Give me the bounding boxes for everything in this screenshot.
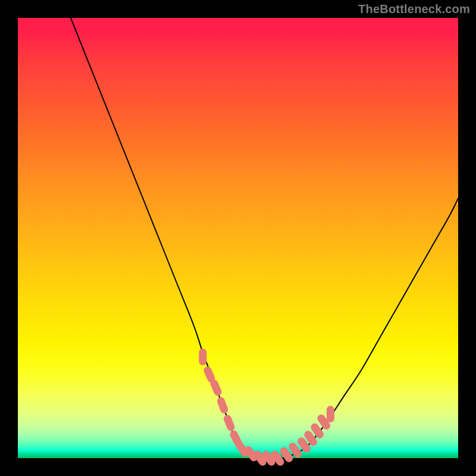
range-marker [223,414,236,432]
range-marker [216,396,229,415]
bottleneck-curve [71,18,458,459]
chart-frame: TheBottleneck.com [0,0,476,476]
range-marker [209,378,223,397]
curve-svg [18,18,458,458]
highlighted-range-markers [199,349,334,467]
plot-area [18,18,458,458]
range-marker [327,406,334,422]
attribution-text: TheBottleneck.com [358,2,470,16]
range-marker [199,349,206,365]
